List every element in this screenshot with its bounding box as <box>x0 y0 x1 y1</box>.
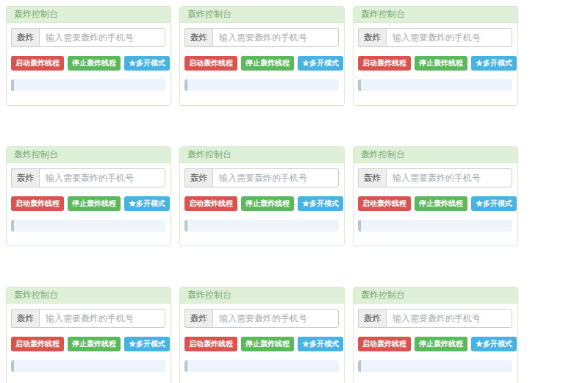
progress-bar-track <box>11 220 165 232</box>
phone-number-input[interactable] <box>39 309 165 328</box>
button-row: 启动轰炸线程 停止轰炸线程 ★多开模式 <box>358 196 512 211</box>
start-bomb-button[interactable]: 启动轰炸线程 <box>184 337 237 351</box>
progress-bar-track <box>358 360 512 372</box>
bomb-console-panel: 轰炸控制台 轰炸 启动轰炸线程 停止轰炸线程 ★多开模式 <box>6 146 171 246</box>
stop-bomb-button[interactable]: 停止轰炸线程 <box>241 196 294 211</box>
phone-input-group: 轰炸 <box>11 309 165 328</box>
multi-mode-button[interactable]: ★多开模式 <box>298 337 343 351</box>
phone-input-label: 轰炸 <box>11 168 39 187</box>
multi-mode-button[interactable]: ★多开模式 <box>471 56 517 71</box>
multi-mode-button[interactable]: ★多开模式 <box>298 56 343 71</box>
multi-mode-button[interactable]: ★多开模式 <box>124 56 170 71</box>
panel-body: 轰炸 启动轰炸线程 停止轰炸线程 ★多开模式 <box>7 23 171 91</box>
multi-mode-button[interactable]: ★多开模式 <box>471 337 517 351</box>
stop-bomb-button[interactable]: 停止轰炸线程 <box>241 56 294 71</box>
progress-bar-track <box>11 79 165 91</box>
multi-mode-button[interactable]: ★多开模式 <box>471 196 517 211</box>
phone-input-label: 轰炸 <box>358 28 386 47</box>
stop-bomb-button[interactable]: 停止轰炸线程 <box>68 196 121 211</box>
phone-input-group: 轰炸 <box>11 168 165 187</box>
phone-input-label: 轰炸 <box>184 28 212 47</box>
phone-input-group: 轰炸 <box>358 309 512 328</box>
start-bomb-button[interactable]: 启动轰炸线程 <box>11 337 64 351</box>
panel-title: 轰炸控制台 <box>187 290 232 300</box>
multi-mode-button[interactable]: ★多开模式 <box>298 196 343 211</box>
progress-bar-track <box>358 79 512 91</box>
panel-title: 轰炸控制台 <box>361 149 405 160</box>
stop-bomb-button[interactable]: 停止轰炸线程 <box>241 337 294 351</box>
start-bomb-button[interactable]: 启动轰炸线程 <box>358 56 411 71</box>
multi-mode-button[interactable]: ★多开模式 <box>124 337 170 351</box>
progress-bar-track <box>184 220 339 232</box>
panel-heading: 轰炸控制台 <box>354 287 517 304</box>
progress-bar-track <box>184 79 339 91</box>
start-bomb-button[interactable]: 启动轰炸线程 <box>358 196 411 211</box>
phone-input-group: 轰炸 <box>184 28 339 47</box>
panel-body: 轰炸 启动轰炸线程 停止轰炸线程 ★多开模式 <box>180 163 344 232</box>
panel-title: 轰炸控制台 <box>361 9 405 19</box>
panel-heading: 轰炸控制台 <box>180 147 344 163</box>
panel-title: 轰炸控制台 <box>187 149 232 160</box>
button-row: 启动轰炸线程 停止轰炸线程 ★多开模式 <box>11 337 165 351</box>
phone-number-input[interactable] <box>39 168 165 187</box>
stop-bomb-button[interactable]: 停止轰炸线程 <box>68 337 121 351</box>
start-bomb-button[interactable]: 启动轰炸线程 <box>358 337 411 351</box>
progress-bar-fill <box>184 79 187 91</box>
panel-heading: 轰炸控制台 <box>354 7 517 23</box>
start-bomb-button[interactable]: 启动轰炸线程 <box>11 196 64 211</box>
progress-bar-fill <box>11 360 14 372</box>
stop-bomb-button[interactable]: 停止轰炸线程 <box>415 196 467 211</box>
start-bomb-button[interactable]: 启动轰炸线程 <box>184 56 237 71</box>
multi-mode-button[interactable]: ★多开模式 <box>124 196 170 211</box>
panel-body: 轰炸 启动轰炸线程 停止轰炸线程 ★多开模式 <box>7 163 171 232</box>
phone-number-input[interactable] <box>212 28 339 47</box>
bomb-console-panel: 轰炸控制台 轰炸 启动轰炸线程 停止轰炸线程 ★多开模式 <box>179 146 345 246</box>
progress-bar-fill <box>184 360 187 372</box>
button-row: 启动轰炸线程 停止轰炸线程 ★多开模式 <box>358 337 512 351</box>
phone-input-group: 轰炸 <box>358 28 512 47</box>
panel-body: 轰炸 启动轰炸线程 停止轰炸线程 ★多开模式 <box>180 23 344 91</box>
bomb-console-panel: 轰炸控制台 轰炸 启动轰炸线程 停止轰炸线程 ★多开模式 <box>6 287 171 383</box>
stop-bomb-button[interactable]: 停止轰炸线程 <box>415 337 467 351</box>
phone-input-label: 轰炸 <box>358 168 386 187</box>
panel-heading: 轰炸控制台 <box>7 7 171 23</box>
bomb-console-panel: 轰炸控制台 轰炸 启动轰炸线程 停止轰炸线程 ★多开模式 <box>179 6 345 106</box>
progress-bar-fill <box>184 220 187 232</box>
panel-body: 轰炸 启动轰炸线程 停止轰炸线程 ★多开模式 <box>180 304 344 372</box>
phone-number-input[interactable] <box>39 28 165 47</box>
panel-title: 轰炸控制台 <box>361 290 405 300</box>
phone-number-input[interactable] <box>212 168 339 187</box>
phone-number-input[interactable] <box>386 168 512 187</box>
panel-body: 轰炸 启动轰炸线程 停止轰炸线程 ★多开模式 <box>354 304 517 372</box>
stop-bomb-button[interactable]: 停止轰炸线程 <box>415 56 467 71</box>
button-row: 启动轰炸线程 停止轰炸线程 ★多开模式 <box>11 196 165 211</box>
progress-bar-track <box>184 360 339 372</box>
start-bomb-button[interactable]: 启动轰炸线程 <box>184 196 237 211</box>
panel-title: 轰炸控制台 <box>14 290 58 300</box>
button-row: 启动轰炸线程 停止轰炸线程 ★多开模式 <box>184 196 339 211</box>
console-grid: 轰炸控制台 轰炸 启动轰炸线程 停止轰炸线程 ★多开模式 轰炸控制台 轰炸 <box>6 6 518 383</box>
button-row: 启动轰炸线程 停止轰炸线程 ★多开模式 <box>184 56 339 71</box>
panel-body: 轰炸 启动轰炸线程 停止轰炸线程 ★多开模式 <box>354 163 517 232</box>
phone-input-group: 轰炸 <box>184 168 339 187</box>
phone-input-label: 轰炸 <box>184 309 212 328</box>
start-bomb-button[interactable]: 启动轰炸线程 <box>11 56 64 71</box>
button-row: 启动轰炸线程 停止轰炸线程 ★多开模式 <box>358 56 512 71</box>
bomb-console-panel: 轰炸控制台 轰炸 启动轰炸线程 停止轰炸线程 ★多开模式 <box>179 287 345 383</box>
phone-input-label: 轰炸 <box>184 168 212 187</box>
panel-heading: 轰炸控制台 <box>7 147 171 163</box>
phone-number-input[interactable] <box>386 28 512 47</box>
progress-bar-fill <box>11 79 14 91</box>
bomb-console-panel: 轰炸控制台 轰炸 启动轰炸线程 停止轰炸线程 ★多开模式 <box>6 6 171 106</box>
progress-bar-fill <box>358 220 361 232</box>
button-row: 启动轰炸线程 停止轰炸线程 ★多开模式 <box>11 56 165 71</box>
bomb-console-panel: 轰炸控制台 轰炸 启动轰炸线程 停止轰炸线程 ★多开模式 <box>353 287 518 383</box>
bomb-console-panel: 轰炸控制台 轰炸 启动轰炸线程 停止轰炸线程 ★多开模式 <box>353 6 518 106</box>
stop-bomb-button[interactable]: 停止轰炸线程 <box>68 56 121 71</box>
panel-body: 轰炸 启动轰炸线程 停止轰炸线程 ★多开模式 <box>354 23 517 91</box>
panel-heading: 轰炸控制台 <box>180 7 344 23</box>
phone-number-input[interactable] <box>212 309 339 328</box>
panel-heading: 轰炸控制台 <box>354 147 517 163</box>
panel-title: 轰炸控制台 <box>14 9 58 19</box>
phone-number-input[interactable] <box>386 309 512 328</box>
